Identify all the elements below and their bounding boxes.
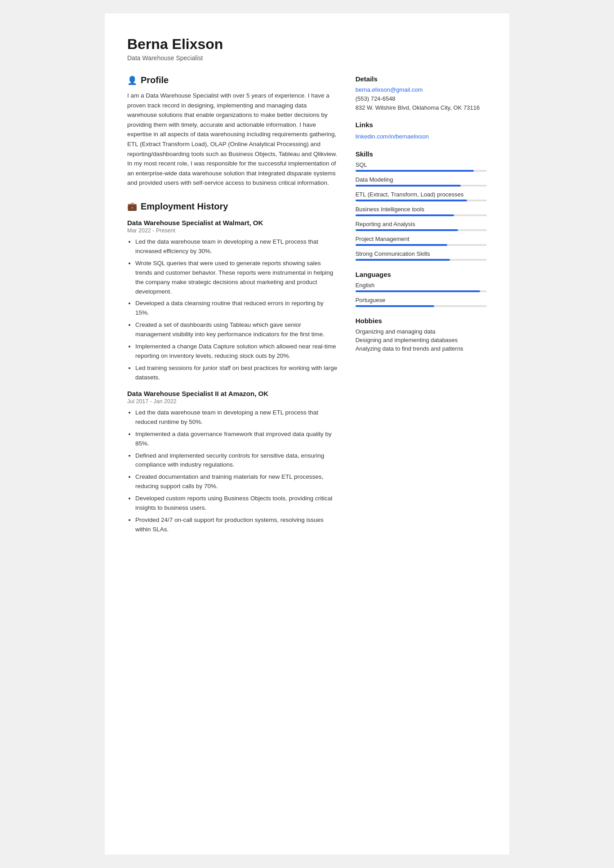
hobby-item: Analyzing data to find trends and patter… bbox=[356, 345, 487, 352]
resume-container: Berna Elixson Data Warehouse Specialist … bbox=[105, 13, 509, 855]
languages-heading: Languages bbox=[356, 271, 487, 278]
skill-bar-fill bbox=[356, 229, 458, 231]
links-heading: Links bbox=[356, 121, 487, 129]
job-1-title: Data Warehouse Specialist at Walmart, OK bbox=[127, 219, 338, 227]
candidate-title: Data Warehouse Specialist bbox=[127, 54, 487, 62]
languages-list: English Portuguese bbox=[356, 282, 487, 307]
list-item: Led training sessions for junior staff o… bbox=[135, 364, 338, 383]
job-2: Data Warehouse Specialist II at Amazon, … bbox=[127, 390, 338, 534]
language-item: Portuguese bbox=[356, 297, 487, 307]
skill-name: Data Modeling bbox=[356, 176, 487, 183]
candidate-name: Berna Elixson bbox=[127, 36, 487, 53]
skill-name: Strong Communication Skills bbox=[356, 250, 487, 257]
skill-bar-bg bbox=[356, 170, 487, 172]
skill-name: Reporting and Analysis bbox=[356, 221, 487, 227]
profile-label: Profile bbox=[141, 75, 169, 85]
list-item: Developed a data cleansing routine that … bbox=[135, 299, 338, 318]
list-item: Defined and implemented security control… bbox=[135, 451, 338, 470]
list-item: Created documentation and training mater… bbox=[135, 472, 338, 491]
employment-label: Employment History bbox=[141, 201, 228, 212]
skills-section: Skills SQL Data Modeling ETL (Extract, T… bbox=[356, 150, 487, 261]
header-section: Berna Elixson Data Warehouse Specialist bbox=[127, 36, 487, 62]
skill-bar-fill bbox=[356, 185, 461, 187]
skill-item: Strong Communication Skills bbox=[356, 250, 487, 261]
skill-bar-fill bbox=[356, 259, 450, 261]
job-1-bullets: Led the data warehouse team in developin… bbox=[127, 237, 338, 383]
language-bar-bg bbox=[356, 305, 487, 307]
hobbies-heading: Hobbies bbox=[356, 317, 487, 325]
hobby-item: Designing and implementing databases bbox=[356, 337, 487, 343]
language-bar-fill bbox=[356, 290, 481, 292]
employment-section: 💼 Employment History Data Warehouse Spec… bbox=[127, 201, 338, 534]
list-item: Developed custom reports using Business … bbox=[135, 494, 338, 513]
employment-icon: 💼 bbox=[127, 201, 137, 211]
skill-bar-bg bbox=[356, 200, 487, 201]
list-item: Implemented a data governance framework … bbox=[135, 430, 338, 449]
skill-bar-fill bbox=[356, 214, 454, 216]
hobbies-section: Hobbies Organizing and managing dataDesi… bbox=[356, 317, 487, 352]
skill-item: ETL (Extract, Transform, Load) processes bbox=[356, 191, 487, 201]
skills-list: SQL Data Modeling ETL (Extract, Transfor… bbox=[356, 161, 487, 261]
profile-section: 👤 Profile I am a Data Warehouse Speciali… bbox=[127, 75, 338, 188]
list-item: Led the data warehouse team in developin… bbox=[135, 408, 338, 427]
skill-bar-fill bbox=[356, 200, 467, 201]
phone-text: (553) 724-6548 bbox=[356, 95, 487, 102]
language-item: English bbox=[356, 282, 487, 292]
language-name: English bbox=[356, 282, 487, 289]
skill-item: Project Management bbox=[356, 236, 487, 246]
skill-bar-fill bbox=[356, 244, 448, 246]
list-item: Wrote SQL queries that were used to gene… bbox=[135, 259, 338, 297]
details-section: Details berna.elixson@gmail.com (553) 72… bbox=[356, 75, 487, 111]
email-link[interactable]: berna.elixson@gmail.com bbox=[356, 86, 487, 93]
language-bar-fill bbox=[356, 305, 434, 307]
skill-item: SQL bbox=[356, 161, 487, 172]
job-2-dates: Jul 2017 - Jan 2022 bbox=[127, 398, 338, 405]
language-bar-bg bbox=[356, 290, 487, 292]
skill-name: ETL (Extract, Transform, Load) processes bbox=[356, 191, 487, 198]
employment-heading: 💼 Employment History bbox=[127, 201, 338, 212]
hobbies-list: Organizing and managing dataDesigning an… bbox=[356, 328, 487, 352]
job-1-dates: Mar 2022 - Present bbox=[127, 227, 338, 234]
job-2-bullets: Led the data warehouse team in developin… bbox=[127, 408, 338, 534]
skill-bar-bg bbox=[356, 185, 487, 187]
list-item: Created a set of dashboards using Tablea… bbox=[135, 320, 338, 339]
right-column: Details berna.elixson@gmail.com (553) 72… bbox=[356, 75, 487, 548]
skill-item: Business Intelligence tools bbox=[356, 206, 487, 216]
skill-item: Reporting and Analysis bbox=[356, 221, 487, 231]
left-column: 👤 Profile I am a Data Warehouse Speciali… bbox=[127, 75, 338, 548]
profile-text: I am a Data Warehouse Specialist with ov… bbox=[127, 91, 338, 188]
list-item: Provided 24/7 on-call support for produc… bbox=[135, 516, 338, 534]
skill-name: Project Management bbox=[356, 236, 487, 242]
list-item: Led the data warehouse team in developin… bbox=[135, 237, 338, 256]
links-section: Links linkedin.com/in/bernaelixson bbox=[356, 121, 487, 140]
address-text: 832 W. Wilshire Blvd, Oklahoma City, OK … bbox=[356, 104, 487, 111]
profile-heading: 👤 Profile bbox=[127, 75, 338, 85]
skill-name: SQL bbox=[356, 161, 487, 168]
skill-bar-bg bbox=[356, 229, 487, 231]
skills-heading: Skills bbox=[356, 150, 487, 158]
main-layout: 👤 Profile I am a Data Warehouse Speciali… bbox=[127, 75, 487, 548]
details-heading: Details bbox=[356, 75, 487, 83]
skill-name: Business Intelligence tools bbox=[356, 206, 487, 213]
linkedin-link[interactable]: linkedin.com/in/bernaelixson bbox=[356, 133, 429, 140]
skill-bar-fill bbox=[356, 170, 474, 172]
job-2-title: Data Warehouse Specialist II at Amazon, … bbox=[127, 390, 338, 397]
hobby-item: Organizing and managing data bbox=[356, 328, 487, 335]
skill-item: Data Modeling bbox=[356, 176, 487, 187]
languages-section: Languages English Portuguese bbox=[356, 271, 487, 307]
skill-bar-bg bbox=[356, 259, 487, 261]
skill-bar-bg bbox=[356, 244, 487, 246]
list-item: Implemented a change Data Capture soluti… bbox=[135, 342, 338, 361]
skill-bar-bg bbox=[356, 214, 487, 216]
language-name: Portuguese bbox=[356, 297, 487, 303]
job-1: Data Warehouse Specialist at Walmart, OK… bbox=[127, 219, 338, 383]
profile-icon: 👤 bbox=[127, 76, 137, 85]
